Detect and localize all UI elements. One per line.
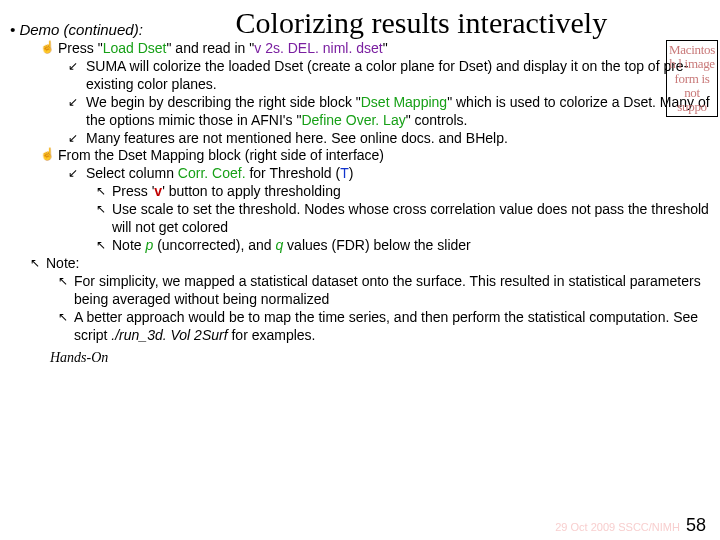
missing-image-placeholder: Macintosh l image form is not suppo bbox=[666, 40, 718, 117]
note-heading: ↖ Note: bbox=[10, 255, 710, 273]
text: Use scale to set the threshold. Nodes wh… bbox=[112, 201, 710, 237]
dset-filename: v 2s. DEL. niml. dset bbox=[254, 40, 382, 56]
line-press-v: ↖ Press 'v' button to apply thresholding bbox=[10, 183, 710, 201]
note-better-approach: ↖ A better approach would be to map the … bbox=[10, 309, 710, 345]
arrow-ne-icon: ↖ bbox=[96, 238, 112, 256]
line-use-scale: ↖ Use scale to set the threshold. Nodes … bbox=[10, 201, 710, 237]
arrow-ne-icon: ↖ bbox=[58, 310, 74, 346]
arrow-icon: ↙ bbox=[68, 95, 86, 131]
text: Note p (uncorrected), and q values (FDR)… bbox=[112, 237, 471, 255]
page-number: 58 bbox=[686, 515, 706, 536]
line-select-column: ↙ Select column Corr. Coef. for Threshol… bbox=[10, 165, 710, 183]
demo-continued-label: • Demo (continued): bbox=[10, 21, 143, 40]
footer: 29 Oct 2009 SSCC/NIMH 58 bbox=[555, 515, 706, 536]
text: Press 'v' button to apply thresholding bbox=[112, 183, 341, 201]
text: Note: bbox=[46, 255, 79, 273]
arrow-ne-icon: ↖ bbox=[96, 184, 112, 202]
line-dset-mapping: ↙ We begin by describing the right side … bbox=[10, 94, 710, 130]
line-press-load: ☝ Press "Load Dset" and read in "v 2s. D… bbox=[10, 40, 710, 58]
v-button-label: v bbox=[154, 183, 162, 199]
arrow-icon: ↙ bbox=[68, 166, 86, 184]
body-list: ☝ Press "Load Dset" and read in "v 2s. D… bbox=[10, 40, 710, 344]
top-line: • Demo (continued): Colorizing results i… bbox=[10, 6, 710, 40]
slide-title: Colorizing results interactively bbox=[133, 6, 710, 40]
note-simplicity: ↖ For simplicity, we mapped a statistica… bbox=[10, 273, 710, 309]
load-dset-label: Load Dset bbox=[103, 40, 167, 56]
hand-icon: ☝ bbox=[40, 147, 58, 165]
arrow-icon: ↙ bbox=[68, 131, 86, 149]
threshold-T: T bbox=[340, 165, 349, 181]
text: Press "Load Dset" and read in "v 2s. DEL… bbox=[58, 40, 388, 58]
hands-on-label: Hands-On bbox=[10, 350, 710, 366]
define-overlay-label: Define Over. Lay bbox=[301, 112, 405, 128]
arrow-ne-icon: ↖ bbox=[30, 256, 46, 274]
corr-coef-label: Corr. Coef. bbox=[178, 165, 246, 181]
arrow-icon: ↙ bbox=[68, 59, 86, 95]
arrow-ne-icon: ↖ bbox=[96, 202, 112, 238]
text: For simplicity, we mapped a statistical … bbox=[74, 273, 710, 309]
line-suma-colorize: ↙ SUMA will colorize the loaded Dset (cr… bbox=[10, 58, 710, 94]
text: Select column Corr. Coef. for Threshold … bbox=[86, 165, 353, 183]
script-name: ./run_3d. Vol 2Surf bbox=[111, 327, 227, 343]
text: From the Dset Mapping block (right side … bbox=[58, 147, 384, 165]
text: SUMA will colorize the loaded Dset (crea… bbox=[86, 58, 710, 94]
hand-icon: ☝ bbox=[40, 40, 58, 58]
footer-date: 29 Oct 2009 SSCC/NIMH bbox=[555, 521, 680, 533]
line-from-block: ☝ From the Dset Mapping block (right sid… bbox=[10, 147, 710, 165]
dset-mapping-label: Dset Mapping bbox=[361, 94, 447, 110]
slide: • Demo (continued): Colorizing results i… bbox=[0, 0, 720, 366]
text: Many features are not mentioned here. Se… bbox=[86, 130, 508, 148]
line-note-pq: ↖ Note p (uncorrected), and q values (FD… bbox=[10, 237, 710, 255]
text: We begin by describing the right side bl… bbox=[86, 94, 710, 130]
line-many-features: ↙ Many features are not mentioned here. … bbox=[10, 130, 710, 148]
text: A better approach would be to map the ti… bbox=[74, 309, 710, 345]
arrow-ne-icon: ↖ bbox=[58, 274, 74, 310]
